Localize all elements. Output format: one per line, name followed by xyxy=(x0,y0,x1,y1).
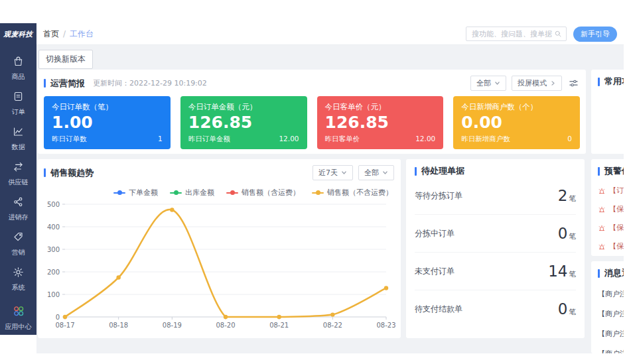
sidebar-item-app-center[interactable]: 应用中心 xyxy=(0,304,36,332)
notice-item[interactable]: 【商户注册】 xyxy=(598,349,624,353)
svg-text:400: 400 xyxy=(47,223,60,231)
breadcrumb-separator: / xyxy=(63,29,66,38)
alarm-icon xyxy=(598,243,606,251)
app-center-icon xyxy=(12,304,25,320)
alert-item[interactable]: 【订单】 xyxy=(598,186,624,196)
chevron-down-icon xyxy=(494,80,500,86)
kpi-cards: 今日订单数（笔） 1.00 昨日订单数1 今日订单金额（元） 126.85 昨日… xyxy=(44,96,580,149)
notices-panel: 消息通知 【商户注册】 【商户注册】 【商户注册】 【商户注册】 xyxy=(591,261,624,353)
chevron-right-icon xyxy=(550,80,556,86)
sidebar-item-inventory[interactable]: 进销存 xyxy=(0,196,36,231)
legend-marker-icon xyxy=(113,192,125,194)
tune-filter-button[interactable] xyxy=(567,77,580,90)
trend-line-chart: 010020030040050008-1708-1808-1908-2008-2… xyxy=(44,200,397,334)
alarm-icon xyxy=(598,187,606,195)
sidebar-item-marketing[interactable]: 营销 xyxy=(0,231,36,266)
swap-arrows-icon xyxy=(12,160,25,176)
svg-text:08-20: 08-20 xyxy=(216,322,235,329)
svg-text:100: 100 xyxy=(47,291,60,298)
sidebar-item-goods[interactable]: 商品 xyxy=(0,55,36,90)
topbar-right: 新手引导 xyxy=(466,27,617,42)
sidebar-item-supply-chain[interactable]: 供应链 xyxy=(0,160,36,196)
legend-marker-icon xyxy=(226,192,238,194)
svg-text:300: 300 xyxy=(47,246,60,253)
sidebar: 观麦科技 商品 订单 数据 供应链 进销存 xyxy=(0,23,36,335)
legend-item[interactable]: 销售额（含运费） xyxy=(226,188,300,198)
notice-item[interactable]: 【商户注册】 xyxy=(598,309,624,319)
search-input[interactable] xyxy=(470,29,554,38)
quick-functions-title: 常用功能 xyxy=(598,76,624,88)
alert-item[interactable]: 【保质期 xyxy=(598,204,624,214)
legend-item[interactable]: 出库金额 xyxy=(170,188,214,198)
trend-scope-select[interactable]: 全部 xyxy=(358,165,394,180)
dashboard-screen: 观麦科技 商品 订单 数据 供应链 进销存 xyxy=(0,0,629,364)
breadcrumb-current: 工作台 xyxy=(70,29,94,40)
main-content: 切换新版本 运营简报 更新时间： 2022-12-29 10:19:02 全部 … xyxy=(36,45,624,353)
notices-title: 消息通知 xyxy=(598,267,624,279)
svg-text:500: 500 xyxy=(47,201,60,208)
kpi-card-order-amount[interactable]: 今日订单金额（元） 126.85 昨日订单金额12.00 xyxy=(180,96,307,149)
pending-docs-panel: 待处理单据 等待分拣订单 2笔 分拣中订单 0笔 未支付订单 14笔 待支付结款… xyxy=(406,159,585,338)
tag-icon xyxy=(12,231,25,246)
sales-trend-panel: 销售额趋势 近7天 全部 下单金额出库金额销售额（含运费）销售额（不含运费） 0… xyxy=(38,159,401,338)
global-search[interactable] xyxy=(466,27,567,41)
trend-range-select[interactable]: 近7天 xyxy=(313,165,353,180)
chevron-down-icon xyxy=(341,170,347,176)
svg-text:08-23: 08-23 xyxy=(376,322,395,329)
svg-text:08-17: 08-17 xyxy=(55,322,74,329)
alarm-icon xyxy=(598,224,606,232)
sidebar-item-orders[interactable]: 订单 xyxy=(0,90,36,125)
legend-item[interactable]: 销售额（不含运费） xyxy=(312,188,393,198)
svg-text:08-21: 08-21 xyxy=(269,322,289,329)
svg-text:08-18: 08-18 xyxy=(109,322,128,329)
brand-logo: 观麦科技 xyxy=(0,23,36,45)
cast-mode-button[interactable]: 投屏模式 xyxy=(512,76,562,91)
sliders-icon xyxy=(569,78,579,88)
briefing-scope-select[interactable]: 全部 xyxy=(470,76,506,91)
update-time-label: 更新时间： xyxy=(93,78,129,88)
chevron-down-icon xyxy=(382,170,388,176)
alert-item[interactable]: 【保质期 xyxy=(598,241,624,251)
alerts-panel: 预警信息 【订单】 【保质期 【保质期 【保质期 xyxy=(591,159,624,256)
share-nodes-icon xyxy=(12,196,25,211)
bag-icon xyxy=(12,55,25,70)
briefing-title: 运营简报 xyxy=(44,78,85,90)
topbar: 首页 / 工作台 新手引导 xyxy=(36,23,624,45)
notice-item[interactable]: 【商户注册】 xyxy=(598,329,624,339)
legend-marker-icon xyxy=(312,192,324,194)
kpi-card-new-merchants[interactable]: 今日新增商户数（个） 0.00 昨日新增商户数0 xyxy=(453,96,580,149)
svg-text:08-19: 08-19 xyxy=(163,322,182,329)
switch-version-button[interactable]: 切换新版本 xyxy=(38,50,93,69)
pending-title: 待处理单据 xyxy=(415,165,576,177)
kpi-card-orders[interactable]: 今日订单数（笔） 1.00 昨日订单数1 xyxy=(44,96,171,149)
chart-legend: 下单金额出库金额销售额（含运费）销售额（不含运费） xyxy=(44,188,397,198)
gear-icon xyxy=(12,266,25,281)
alert-item[interactable]: 【保质期 xyxy=(598,223,624,233)
guide-button[interactable]: 新手引导 xyxy=(573,27,617,42)
sidebar-item-system[interactable]: 系统 xyxy=(0,266,36,301)
legend-marker-icon xyxy=(170,192,182,194)
briefing-panel: 运营简报 更新时间： 2022-12-29 10:19:02 全部 投屏模式 xyxy=(38,70,586,154)
sidebar-nav: 商品 订单 数据 供应链 进销存 营销 xyxy=(0,55,36,301)
quick-functions-panel: 常用功能 xyxy=(591,70,624,154)
legend-item[interactable]: 下单金额 xyxy=(113,188,158,198)
update-time-value: 2022-12-29 10:19:02 xyxy=(129,79,207,88)
pending-row-unpaid[interactable]: 未支付订单 14笔 xyxy=(415,253,576,290)
chart-icon xyxy=(12,125,25,141)
pending-row-waiting-sort[interactable]: 等待分拣订单 2笔 xyxy=(415,177,576,215)
sales-trend-title: 销售额趋势 xyxy=(44,167,94,179)
file-icon xyxy=(12,90,25,105)
alarm-icon xyxy=(598,206,606,213)
svg-text:0: 0 xyxy=(56,314,60,321)
notice-item[interactable]: 【商户注册】 xyxy=(598,289,624,299)
pending-row-sorting[interactable]: 分拣中订单 0笔 xyxy=(415,215,576,253)
svg-text:08-22: 08-22 xyxy=(323,322,342,329)
svg-text:200: 200 xyxy=(47,269,60,276)
sidebar-item-data[interactable]: 数据 xyxy=(0,125,36,160)
breadcrumb-home[interactable]: 首页 xyxy=(43,29,59,40)
kpi-card-avg-order[interactable]: 今日客单价（元） 126.85 昨日客单价12.00 xyxy=(317,96,444,149)
search-icon[interactable] xyxy=(554,30,562,38)
pending-row-settlement[interactable]: 待支付结款单 0笔 xyxy=(415,290,576,328)
alerts-title: 预警信息 xyxy=(598,165,624,177)
